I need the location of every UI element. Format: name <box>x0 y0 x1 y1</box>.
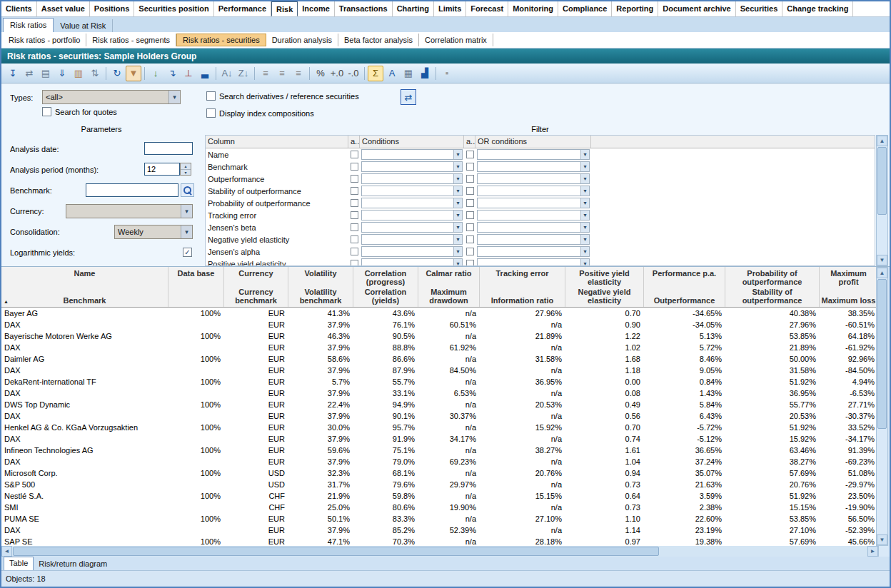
table-row[interactable]: PUMA SE100%EUR50.1%83.3%n/a27.10%1.1022.… <box>1 513 878 524</box>
save-export-icon[interactable]: ⇓ <box>54 66 70 81</box>
filter-and-checkbox[interactable] <box>351 199 358 207</box>
menu-item-charting[interactable]: Charting <box>393 1 434 16</box>
goto-end-icon[interactable]: ↴ <box>164 66 180 81</box>
filter-and-checkbox[interactable] <box>351 260 358 266</box>
filter-or-checkbox[interactable] <box>466 248 474 255</box>
display-index-checkbox[interactable] <box>206 108 216 118</box>
filter-and-checkbox[interactable] <box>351 211 358 219</box>
or-condition-select[interactable]: ▾ <box>477 222 590 233</box>
or-condition-select[interactable]: ▾ <box>477 258 590 266</box>
percent-icon[interactable]: % <box>313 66 328 81</box>
menu-item-securities-position[interactable]: Securities position <box>134 1 213 16</box>
stepper-down-button[interactable]: ▾ <box>181 170 191 176</box>
or-condition-select[interactable]: ▾ <box>477 246 590 257</box>
chart-view-icon[interactable]: ▟ <box>417 66 433 81</box>
stop-icon[interactable]: ▪ <box>439 66 455 81</box>
table-row[interactable]: Henkel AG & Co. KGaA Vorzugsaktien100%EU… <box>1 422 878 433</box>
menu-item-performance[interactable]: Performance <box>214 1 271 16</box>
scroll-right-icon[interactable]: ► <box>867 546 878 557</box>
scroll-down-icon[interactable]: ▼ <box>877 534 887 545</box>
menu-item-compliance[interactable]: Compliance <box>558 1 612 16</box>
or-condition-select[interactable]: ▾ <box>477 234 590 245</box>
remove-decimal-icon[interactable]: -.0 <box>346 66 361 81</box>
condition-select[interactable]: ▾ <box>361 198 463 208</box>
tab-risk-ratios-portfolio[interactable]: Risk ratios - portfolio <box>3 34 86 46</box>
bottom-tab-risk-return-diagram[interactable]: Risk/return diagram <box>34 557 112 570</box>
filter-or-checkbox[interactable] <box>466 211 474 219</box>
menu-item-risk[interactable]: Risk <box>271 1 298 16</box>
table-row[interactable]: Bayer AG100%EUR41.3%43.6%n/a27.96%0.70-3… <box>1 308 878 319</box>
benchmark-input[interactable] <box>86 183 178 197</box>
filter-or-checkbox[interactable] <box>466 260 474 266</box>
menu-item-securities[interactable]: Securities <box>736 1 783 16</box>
column-header-tracking-error[interactable]: Tracking errorInformation ratio <box>480 267 565 307</box>
add-decimal-icon[interactable]: +.0 <box>329 66 345 81</box>
table-row[interactable]: DAXEUR37.9%87.9%84.50%n/a1.189.05%31.58%… <box>1 365 878 376</box>
filter-and-checkbox[interactable] <box>351 175 358 183</box>
types-select[interactable]: <all> ▾ <box>42 90 181 104</box>
sort-descending-icon[interactable]: Z↓ <box>236 66 251 81</box>
scroll-left-icon[interactable]: ◄ <box>1 546 12 557</box>
table-row[interactable]: DAXEUR37.9%76.1%60.51%n/a0.90-34.05%27.9… <box>1 319 878 330</box>
totals-underline-icon[interactable]: ⊥ <box>181 66 196 81</box>
copy-range-icon[interactable]: ▤ <box>38 66 54 81</box>
tab-risk-ratios-securities[interactable]: Risk ratios - securities <box>176 34 266 46</box>
condition-select[interactable]: ▾ <box>361 173 463 184</box>
column-header-performance-p-a[interactable]: Performance p.a.Outperformance <box>644 267 725 307</box>
sum-icon[interactable]: Σ <box>368 66 383 81</box>
filter-and-checkbox[interactable] <box>351 223 358 231</box>
tab-risk-ratios[interactable]: Risk ratios <box>3 18 54 32</box>
filter-or-checkbox[interactable] <box>466 151 474 158</box>
filter-or-checkbox[interactable] <box>466 199 474 207</box>
display-options-icon[interactable]: ▼ <box>126 66 141 81</box>
scrollbar-thumb[interactable] <box>13 547 659 556</box>
condition-select[interactable]: ▾ <box>361 258 463 266</box>
condition-select[interactable]: ▾ <box>361 246 463 257</box>
horizontal-scrollbar[interactable]: ◄ ► <box>1 546 890 557</box>
table-row[interactable]: DAXEUR37.9%91.9%34.17%n/a0.74-5.12%15.92… <box>1 433 878 445</box>
column-header-data-base[interactable]: Data base <box>168 267 224 307</box>
or-condition-select[interactable]: ▾ <box>477 210 590 220</box>
tab-duration-analysis[interactable]: Duration analysis <box>266 34 338 46</box>
or-condition-select[interactable]: ▾ <box>477 173 590 184</box>
table-row[interactable]: DAXEUR37.9%90.1%30.37%n/a0.566.43%20.53%… <box>1 410 878 422</box>
table-row[interactable]: DAXEUR37.9%33.1%6.53%n/a0.081.43%36.95%-… <box>1 387 878 399</box>
stepper-up-button[interactable]: ▴ <box>181 163 191 170</box>
analysis-date-input[interactable] <box>144 142 193 155</box>
analysis-period-input[interactable] <box>144 163 180 176</box>
column-header-volatility[interactable]: VolatilityVolatility benchmark <box>288 267 353 307</box>
consolidation-select[interactable]: Weekly ▾ <box>114 225 193 239</box>
filter-and-checkbox[interactable] <box>351 163 358 171</box>
scroll-up-icon[interactable]: ▲ <box>877 136 887 146</box>
search-quotes-checkbox[interactable] <box>42 107 51 116</box>
filter-and-checkbox[interactable] <box>351 187 358 195</box>
or-condition-select[interactable]: ▾ <box>477 198 590 208</box>
table-row[interactable]: DAXEUR37.9%85.2%52.39%n/a1.1423.19%27.10… <box>1 524 878 536</box>
log-yields-checkbox[interactable]: ✓ <box>183 248 192 257</box>
filter-and-checkbox[interactable] <box>351 248 358 255</box>
table-row[interactable]: Nestlé S.A.100%CHF21.9%59.8%n/a15.15%0.6… <box>1 490 878 502</box>
table-row[interactable]: Bayerische Motoren Werke AG100%EUR46.3%9… <box>1 330 878 342</box>
menu-item-forecast[interactable]: Forecast <box>466 1 508 16</box>
column-header-calmar-ratio[interactable]: Calmar ratioMaximum drawdown <box>418 267 480 307</box>
condition-select[interactable]: ▾ <box>361 186 463 196</box>
condition-select[interactable]: ▾ <box>361 149 463 160</box>
column-header-maximum-profit[interactable]: Maximum profitMaximum loss <box>820 267 878 307</box>
align-left-icon[interactable]: ≡ <box>258 66 273 81</box>
menu-item-asset-value[interactable]: Asset value <box>37 1 90 16</box>
filter-and-checkbox[interactable] <box>351 235 358 243</box>
table-row[interactable]: Daimler AG100%EUR58.6%86.6%n/a31.58%1.68… <box>1 353 878 365</box>
font-icon[interactable]: A <box>384 66 400 81</box>
filter-or-checkbox[interactable] <box>466 175 474 183</box>
filter-and-checkbox[interactable] <box>351 151 358 158</box>
condition-select[interactable]: ▾ <box>361 222 463 233</box>
filter-or-checkbox[interactable] <box>466 163 474 171</box>
condition-select[interactable]: ▾ <box>361 234 463 245</box>
table-row[interactable]: DAXEUR37.9%79.0%69.23%n/a1.0437.24%38.27… <box>1 456 878 467</box>
tab-correlation-matrix[interactable]: Correlation matrix <box>419 34 493 46</box>
menu-item-document-archive[interactable]: Document archive <box>658 1 735 16</box>
filter-or-checkbox[interactable] <box>466 223 474 231</box>
table-row[interactable]: DWS Top Dynamic100%EUR22.4%94.9%n/a20.53… <box>1 399 878 410</box>
menu-item-reporting[interactable]: Reporting <box>612 1 658 16</box>
column-header-probability-of-outperformance[interactable]: Probability of outperformanceStability o… <box>725 267 820 307</box>
